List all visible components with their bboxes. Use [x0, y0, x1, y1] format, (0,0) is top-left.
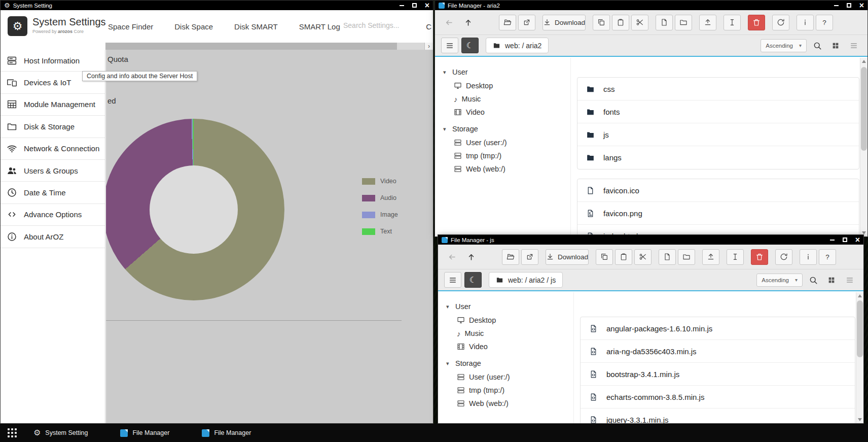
- file-row-bootstrap[interactable]: bootstrap-3.4.1.min.js: [581, 363, 855, 386]
- refresh-button[interactable]: [775, 249, 792, 265]
- maximize-icon[interactable]: [412, 3, 417, 8]
- properties-button[interactable]: [800, 249, 817, 265]
- scroll-right-button[interactable]: ›: [424, 43, 433, 50]
- sidebar-item-date-time[interactable]: Date & Time: [1, 182, 105, 203]
- maximize-icon[interactable]: [847, 3, 851, 8]
- file-row-favicon-png[interactable]: favicon.png: [577, 202, 859, 225]
- breadcrumb[interactable]: web: / aria2: [486, 38, 549, 53]
- sidebar-item-host-information[interactable]: Host Information: [1, 50, 105, 72]
- theme-toggle-button[interactable]: ☾: [464, 272, 482, 288]
- sidebar-item-disk-storage[interactable]: Disk & Storage: [1, 116, 105, 138]
- sidebar-item-advance-options[interactable]: Advance Options: [1, 204, 105, 226]
- sidebar-item-users-groups[interactable]: Users & Groups: [1, 160, 105, 182]
- minimize-icon[interactable]: [400, 5, 404, 6]
- grid-view-button[interactable]: [828, 38, 843, 53]
- close-icon[interactable]: ×: [855, 236, 860, 244]
- file-row-langs[interactable]: langs: [577, 146, 859, 169]
- new-file-button[interactable]: [656, 15, 673, 30]
- breadcrumb[interactable]: web: / aria2 / js: [489, 272, 563, 288]
- sort-order-select[interactable]: Ascending ▾: [761, 39, 807, 52]
- paste-button[interactable]: [612, 15, 629, 30]
- file-row-jquery[interactable]: jquery-3.3.1.min.js: [581, 409, 855, 423]
- tab-horizontal-scrollbar[interactable]: ›: [105, 43, 433, 50]
- file-row-fonts[interactable]: fonts: [577, 100, 859, 123]
- grid-view-button[interactable]: [824, 273, 839, 288]
- tree-item-desktop[interactable]: Desktop: [454, 79, 570, 92]
- settings-search-input[interactable]: [343, 21, 409, 29]
- new-folder-button[interactable]: [675, 15, 692, 30]
- file-row-angular[interactable]: angular-packages-1.6.10.min.js: [581, 317, 855, 340]
- tab-space-finder[interactable]: Space Finder: [108, 22, 153, 31]
- tree-item-tmp-drive[interactable]: tmp (tmp:/): [454, 149, 570, 162]
- tree-item-web-drive[interactable]: Web (web:/): [457, 397, 573, 410]
- menu-button[interactable]: [441, 38, 458, 53]
- taskbar-item-system-setting[interactable]: ⚙ System Setting: [24, 424, 97, 442]
- open-folder-button[interactable]: [499, 15, 516, 30]
- scrollbar-thumb[interactable]: [857, 300, 863, 357]
- scrollbar-thumb[interactable]: [861, 67, 867, 151]
- file-row-aria-ng[interactable]: aria-ng-da5356c403.min.js: [581, 340, 855, 363]
- list-view-button[interactable]: [846, 38, 861, 53]
- tree-item-user-drive[interactable]: User (user:/): [454, 136, 570, 149]
- file-manager-titlebar[interactable]: File Manager - js ×: [438, 235, 863, 245]
- download-button[interactable]: Download: [546, 249, 589, 265]
- app-launcher-button[interactable]: [0, 424, 24, 442]
- maximize-icon[interactable]: [843, 237, 847, 242]
- rename-button[interactable]: [727, 249, 744, 265]
- new-file-button[interactable]: [659, 249, 676, 265]
- back-button[interactable]: [440, 15, 457, 30]
- system-settings-titlebar[interactable]: ⚙ System Setting ×: [1, 1, 433, 10]
- sidebar-item-module-management[interactable]: Module Management: [1, 94, 105, 116]
- taskbar-item-file-manager-2[interactable]: File Manager: [193, 424, 260, 442]
- tab-smart-log[interactable]: SMART Log: [299, 22, 340, 31]
- tree-section-storage[interactable]: ▾ Storage: [446, 356, 573, 370]
- copy-button[interactable]: [593, 15, 610, 30]
- cut-button[interactable]: [631, 15, 648, 30]
- upload-button[interactable]: [702, 249, 719, 265]
- tree-item-video[interactable]: Video: [457, 340, 573, 353]
- sidebar-item-network-connection[interactable]: Network & Connection: [1, 138, 105, 160]
- refresh-button[interactable]: [772, 15, 789, 30]
- paste-button[interactable]: [615, 249, 632, 265]
- search-button[interactable]: [810, 38, 825, 53]
- file-row-js[interactable]: js: [577, 123, 859, 146]
- scrollbar-thumb[interactable]: [105, 43, 397, 50]
- properties-button[interactable]: [797, 15, 814, 30]
- up-button[interactable]: [462, 249, 480, 265]
- tree-item-user-drive[interactable]: User (user:/): [457, 370, 573, 384]
- open-external-button[interactable]: [518, 15, 535, 30]
- copy-button[interactable]: [596, 249, 613, 265]
- tree-section-user[interactable]: ▾ User: [443, 65, 570, 79]
- sidebar-item-about-aroz[interactable]: About ArOZ: [1, 226, 105, 248]
- theme-toggle-button[interactable]: ☾: [461, 38, 479, 53]
- vertical-scrollbar[interactable]: [856, 292, 863, 423]
- delete-button[interactable]: [751, 249, 768, 265]
- scroll-up-button[interactable]: [860, 58, 867, 65]
- file-row-css[interactable]: css: [577, 78, 859, 100]
- tab-disk-smart[interactable]: Disk SMART: [234, 22, 278, 31]
- file-row-echarts[interactable]: echarts-common-3.8.5.min.js: [581, 386, 855, 409]
- tab-disk-space[interactable]: Disk Space: [174, 22, 213, 31]
- minimize-icon[interactable]: [834, 5, 839, 6]
- minimize-icon[interactable]: [830, 240, 835, 241]
- back-button[interactable]: [443, 249, 460, 265]
- tree-item-music[interactable]: ♪ Music: [454, 92, 570, 106]
- sort-order-select[interactable]: Ascending ▾: [756, 274, 803, 287]
- open-folder-button[interactable]: [502, 249, 519, 265]
- scroll-up-button[interactable]: [856, 292, 863, 299]
- vertical-scrollbar[interactable]: [860, 58, 867, 236]
- rename-button[interactable]: [724, 15, 741, 30]
- tree-section-user[interactable]: ▾ User: [446, 299, 573, 314]
- tree-item-music[interactable]: ♪ Music: [457, 327, 573, 340]
- new-folder-button[interactable]: [678, 249, 695, 265]
- close-icon[interactable]: ×: [425, 2, 429, 10]
- menu-button[interactable]: [444, 272, 461, 288]
- close-icon[interactable]: ×: [859, 2, 864, 10]
- up-button[interactable]: [459, 15, 477, 30]
- file-manager-titlebar[interactable]: File Manager - aria2 ×: [435, 1, 867, 10]
- download-button[interactable]: Download: [542, 15, 586, 30]
- open-external-button[interactable]: [521, 249, 538, 265]
- help-button[interactable]: ?: [816, 15, 833, 30]
- help-button[interactable]: ?: [819, 249, 836, 265]
- tree-item-video[interactable]: Video: [454, 106, 570, 119]
